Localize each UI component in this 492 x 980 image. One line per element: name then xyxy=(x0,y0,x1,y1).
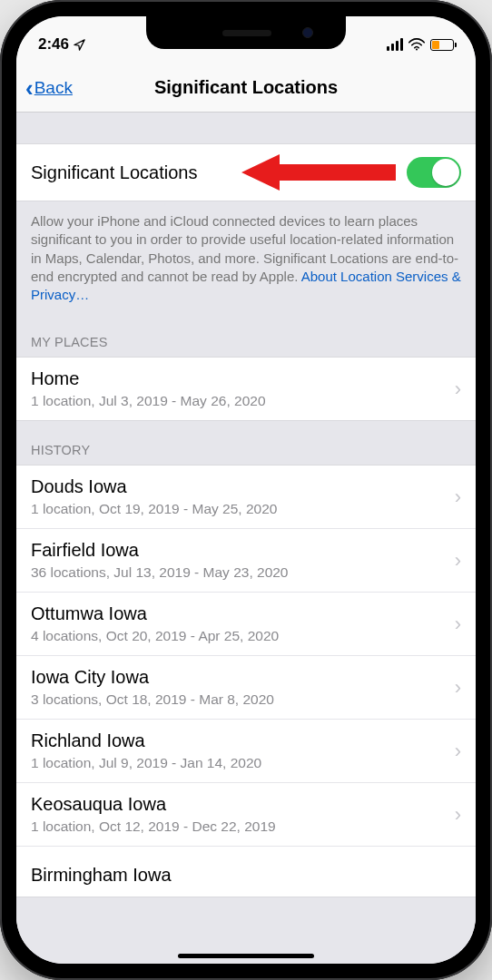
history-item[interactable]: Fairfield Iowa 36 locations, Jul 13, 201… xyxy=(16,529,476,593)
chevron-right-icon: › xyxy=(455,740,461,763)
significant-locations-label: Significant Locations xyxy=(31,162,197,183)
status-right xyxy=(387,38,454,51)
navigation-bar: ‹ Back Significant Locations xyxy=(16,64,476,113)
annotation-arrow xyxy=(241,154,398,191)
list-item-subtitle: 1 location, Oct 12, 2019 - Dec 22, 2019 xyxy=(31,818,461,835)
my-places-item[interactable]: Home 1 location, Jul 3, 2019 - May 26, 2… xyxy=(16,358,476,420)
svg-point-0 xyxy=(416,48,418,50)
description-text: Allow your iPhone and iCloud connected d… xyxy=(16,201,476,313)
list-item-title: Richland Iowa xyxy=(31,730,461,751)
list-item-title: Keosauqua Iowa xyxy=(31,794,461,815)
section-header-my-places: MY PLACES xyxy=(16,313,476,357)
history-item[interactable]: Douds Iowa 1 location, Oct 19, 2019 - Ma… xyxy=(16,466,476,529)
my-places-list: Home 1 location, Jul 3, 2019 - May 26, 2… xyxy=(16,357,476,421)
wifi-icon xyxy=(408,38,425,51)
section-spacer xyxy=(16,113,476,143)
page-title: Significant Locations xyxy=(16,77,476,98)
significant-locations-row: Significant Locations xyxy=(16,143,476,201)
battery-icon xyxy=(430,39,454,51)
history-item[interactable]: Ottumwa Iowa 4 locations, Oct 20, 2019 -… xyxy=(16,593,476,656)
list-item-title: Fairfield Iowa xyxy=(31,540,461,561)
history-list: Douds Iowa 1 location, Oct 19, 2019 - Ma… xyxy=(16,465,476,897)
history-item[interactable]: Iowa City Iowa 3 locations, Oct 18, 2019… xyxy=(16,656,476,720)
history-item[interactable]: Richland Iowa 1 location, Jul 9, 2019 - … xyxy=(16,720,476,783)
section-header-history: HISTORY xyxy=(16,421,476,465)
back-label: Back xyxy=(34,78,73,98)
significant-locations-toggle[interactable] xyxy=(407,157,461,188)
cell-signal-icon xyxy=(387,38,403,51)
chevron-right-icon: › xyxy=(455,377,461,401)
list-item-subtitle: 1 location, Oct 19, 2019 - May 25, 2020 xyxy=(31,501,461,517)
list-item-subtitle: 1 location, Jul 9, 2019 - Jan 14, 2020 xyxy=(31,755,461,771)
svg-marker-1 xyxy=(241,154,396,191)
history-item[interactable]: Birmingham Iowa xyxy=(16,847,476,897)
chevron-right-icon: › xyxy=(455,676,461,700)
chevron-right-icon: › xyxy=(455,803,461,827)
front-camera xyxy=(302,27,313,38)
list-item-subtitle: 36 locations, Jul 13, 2019 - May 23, 202… xyxy=(31,564,461,581)
list-item-subtitle: 1 location, Jul 3, 2019 - May 26, 2020 xyxy=(31,393,461,409)
list-item-title: Douds Iowa xyxy=(31,476,461,497)
speaker-slot xyxy=(222,30,271,36)
history-item[interactable]: Keosauqua Iowa 1 location, Oct 12, 2019 … xyxy=(16,783,476,847)
list-item-title: Birmingham Iowa xyxy=(31,858,461,886)
list-item-subtitle: 3 locations, Oct 18, 2019 - Mar 8, 2020 xyxy=(31,691,461,708)
list-item-subtitle: 4 locations, Oct 20, 2019 - Apr 25, 2020 xyxy=(31,628,461,644)
chevron-right-icon: › xyxy=(455,485,461,509)
list-item-title: Home xyxy=(31,368,461,389)
home-indicator[interactable] xyxy=(178,954,314,958)
location-arrow-icon xyxy=(73,38,86,52)
list-item-title: Ottumwa Iowa xyxy=(31,603,461,624)
chevron-right-icon: › xyxy=(455,549,461,573)
content: Significant Locations Allow your iPhone … xyxy=(16,113,476,964)
list-item-title: Iowa City Iowa xyxy=(31,667,461,688)
device-frame: 2:46 ‹ Back Signif xyxy=(0,0,492,980)
status-left: 2:46 xyxy=(38,35,86,54)
toggle-knob xyxy=(432,159,459,186)
back-button[interactable]: ‹ Back xyxy=(25,78,73,98)
screen: 2:46 ‹ Back Signif xyxy=(16,16,476,964)
status-time: 2:46 xyxy=(38,35,69,54)
notch xyxy=(146,16,346,49)
chevron-right-icon: › xyxy=(455,612,461,636)
